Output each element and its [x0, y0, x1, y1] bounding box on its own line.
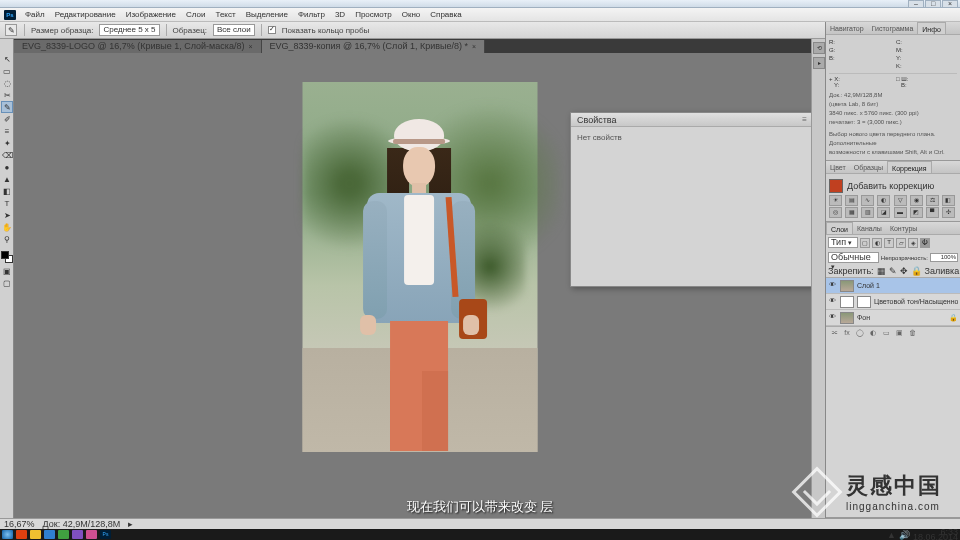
- brush-tool[interactable]: ✐: [1, 113, 13, 125]
- layer-fx-icon[interactable]: fx: [841, 329, 853, 339]
- zoom-tool[interactable]: ⚲: [1, 233, 13, 245]
- menu-filter[interactable]: Фильтр: [293, 8, 330, 22]
- taskbar-app[interactable]: [86, 530, 97, 539]
- layer-name[interactable]: Цветовой тон/Насыщенность 1: [874, 298, 958, 305]
- properties-panel[interactable]: Свойства ≡ Нет свойств: [570, 112, 814, 287]
- quickmask-toggle[interactable]: ▣: [1, 265, 13, 277]
- adj-lookup-icon[interactable]: ▥: [861, 207, 874, 218]
- lock-transparent-icon[interactable]: ▦: [877, 266, 886, 276]
- eyedropper-tool-icon[interactable]: ✎: [5, 24, 17, 36]
- filter-pixel-icon[interactable]: ▢: [860, 238, 870, 248]
- layer-row[interactable]: 👁 Слой 1: [826, 278, 960, 294]
- gradient-tool[interactable]: ●: [1, 161, 13, 173]
- adj-levels-icon[interactable]: ▤: [845, 195, 858, 206]
- taskbar-photoshop[interactable]: Ps: [100, 530, 111, 539]
- path-tool[interactable]: ➤: [1, 209, 13, 221]
- filter-smart-icon[interactable]: ◈: [908, 238, 918, 248]
- layer-mask-thumbnail[interactable]: [857, 296, 871, 308]
- tab-color[interactable]: Цвет: [826, 161, 850, 173]
- menu-select[interactable]: Выделение: [241, 8, 293, 22]
- menu-file[interactable]: Файл: [20, 8, 50, 22]
- document-tab[interactable]: EVG_8339-LOGO @ 16,7% (Кривые 1, Слой-ма…: [14, 40, 262, 53]
- filter-shape-icon[interactable]: ▱: [896, 238, 906, 248]
- tab-adjustments[interactable]: Коррекция: [887, 161, 931, 173]
- new-fill-icon[interactable]: ◐: [867, 329, 879, 339]
- layer-thumbnail[interactable]: [840, 280, 854, 292]
- adj-bw-icon[interactable]: ◧: [942, 195, 955, 206]
- adj-mixer-icon[interactable]: ▦: [845, 207, 858, 218]
- taskbar-app[interactable]: [16, 530, 27, 539]
- menu-edit[interactable]: Редактирование: [50, 8, 121, 22]
- tab-info[interactable]: Инфо: [917, 22, 946, 34]
- adj-exposure-icon[interactable]: ◐: [877, 195, 890, 206]
- menu-3d[interactable]: 3D: [330, 8, 350, 22]
- text-tool[interactable]: T: [1, 197, 13, 209]
- tab-swatches[interactable]: Образцы: [850, 161, 887, 173]
- lock-position-icon[interactable]: ✥: [900, 266, 908, 276]
- lock-pixels-icon[interactable]: ✎: [889, 266, 897, 276]
- tab-channels[interactable]: Каналы: [853, 222, 886, 234]
- tray-icon[interactable]: ▲: [887, 530, 896, 540]
- crop-tool[interactable]: ✂: [1, 89, 13, 101]
- visibility-toggle[interactable]: 👁: [828, 297, 837, 306]
- menu-view[interactable]: Просмотр: [350, 8, 397, 22]
- screenmode-toggle[interactable]: ▢: [1, 277, 13, 289]
- color-swatch[interactable]: [829, 179, 843, 193]
- tab-paths[interactable]: Контуры: [886, 222, 921, 234]
- visibility-toggle[interactable]: 👁: [828, 313, 837, 322]
- taskbar-app[interactable]: [44, 530, 55, 539]
- filter-adjust-icon[interactable]: ◐: [872, 238, 882, 248]
- tab-close-icon[interactable]: ×: [248, 43, 252, 50]
- lasso-tool[interactable]: ◌: [1, 77, 13, 89]
- eraser-tool[interactable]: ⌫: [1, 149, 13, 161]
- layer-thumbnail[interactable]: [840, 312, 854, 324]
- adj-select-icon[interactable]: ✣: [942, 207, 955, 218]
- filter-text-icon[interactable]: T: [884, 238, 894, 248]
- adj-balance-icon[interactable]: ⚖: [926, 195, 939, 206]
- window-maximize-button[interactable]: □: [925, 0, 941, 8]
- document-tab[interactable]: EVG_8339-копия @ 16,7% (Слой 1, Кривые/8…: [262, 40, 486, 53]
- clock[interactable]: 6:3318.06.2014: [913, 530, 958, 540]
- adj-thresh-icon[interactable]: ◩: [910, 207, 923, 218]
- lock-all-icon[interactable]: 🔒: [911, 266, 922, 276]
- shape-tool[interactable]: ◧: [1, 185, 13, 197]
- layer-row[interactable]: 👁 Цветовой тон/Насыщенность 1: [826, 294, 960, 310]
- opacity-input[interactable]: 100%: [930, 253, 958, 262]
- marquee-tool[interactable]: ▭: [1, 65, 13, 77]
- tab-histogram[interactable]: Гистограмма: [868, 22, 918, 34]
- layer-name[interactable]: Слой 1: [857, 282, 958, 289]
- sample-source-dropdown[interactable]: Все слои: [213, 24, 255, 36]
- adj-invert-icon[interactable]: ◪: [877, 207, 890, 218]
- layer-filter-kind[interactable]: Тип ▾: [828, 237, 858, 248]
- hand-tool[interactable]: ✋: [1, 221, 13, 233]
- delete-layer-icon[interactable]: 🗑: [906, 329, 918, 339]
- taskbar-app[interactable]: [72, 530, 83, 539]
- layer-thumbnail[interactable]: [840, 296, 854, 308]
- blend-mode-dropdown[interactable]: Обычные ▾: [828, 252, 879, 263]
- tray-icon[interactable]: 🔊: [899, 530, 910, 540]
- tab-navigator[interactable]: Навигатор: [826, 22, 868, 34]
- healing-tool[interactable]: ✦: [1, 137, 13, 149]
- window-minimize-button[interactable]: –: [908, 0, 924, 8]
- menu-layers[interactable]: Слои: [181, 8, 210, 22]
- start-button[interactable]: [2, 530, 13, 539]
- clone-tool[interactable]: ≡: [1, 125, 13, 137]
- foreground-background-colors[interactable]: [1, 251, 13, 263]
- new-layer-icon[interactable]: ▣: [893, 329, 905, 339]
- system-tray[interactable]: ▲ 🔊 6:3318.06.2014: [887, 530, 958, 540]
- filter-toggle[interactable]: ⏻: [920, 238, 930, 248]
- link-layers-icon[interactable]: ⫘: [828, 329, 840, 339]
- adj-brightness-icon[interactable]: ☀: [829, 195, 842, 206]
- actions-panel-icon[interactable]: ▸: [813, 57, 825, 69]
- layer-row[interactable]: 👁 Фон 🔒: [826, 310, 960, 326]
- show-ring-checkbox[interactable]: [268, 26, 276, 34]
- panel-menu-icon[interactable]: ≡: [802, 115, 807, 124]
- sample-size-dropdown[interactable]: Среднее 5 x 5: [99, 24, 159, 36]
- layer-name[interactable]: Фон: [857, 314, 946, 321]
- visibility-toggle[interactable]: 👁: [828, 281, 837, 290]
- adj-curves-icon[interactable]: ∿: [861, 195, 874, 206]
- history-panel-icon[interactable]: ⟲: [813, 42, 825, 54]
- tab-close-icon[interactable]: ×: [472, 43, 476, 50]
- status-arrow-icon[interactable]: ▸: [128, 519, 133, 529]
- doc-size[interactable]: Док: 42,9M/128,8M: [43, 519, 121, 529]
